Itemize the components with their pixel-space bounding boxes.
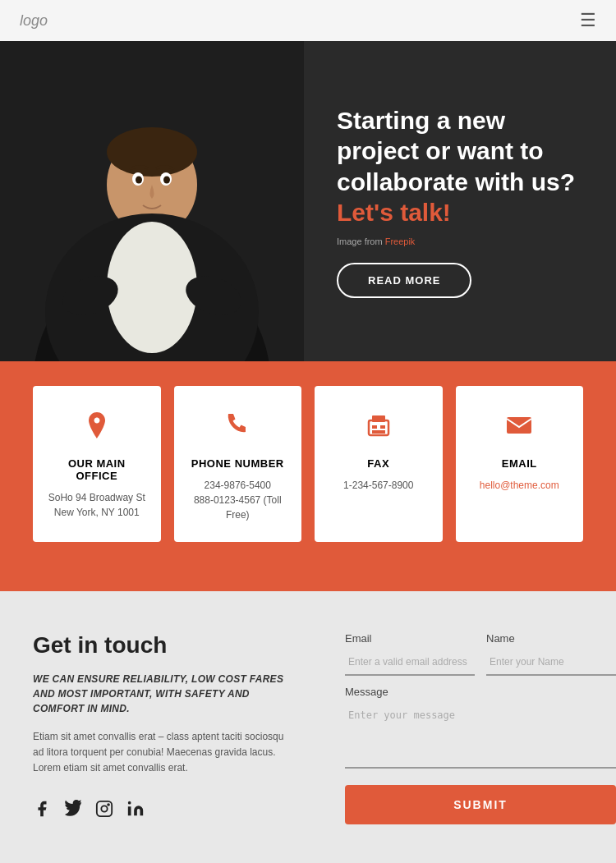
svg-rect-16 — [380, 425, 385, 429]
email-label: Email — [345, 632, 475, 645]
read-more-button[interactable]: READ MORE — [337, 263, 471, 298]
svg-rect-19 — [97, 801, 112, 815]
email-group: Email — [345, 632, 475, 676]
svg-point-4 — [107, 127, 197, 177]
logo: logo — [20, 12, 48, 30]
svg-rect-15 — [372, 425, 377, 429]
svg-rect-14 — [372, 415, 385, 422]
name-input[interactable] — [486, 650, 616, 676]
svg-rect-17 — [372, 430, 385, 434]
facebook-icon[interactable] — [33, 800, 51, 823]
svg-point-20 — [101, 806, 107, 811]
section-subtitle: WE CAN ENSURE RELIABILITY, LOW COST FARE… — [33, 672, 296, 716]
hero-section: Starting a new project or want to collab… — [0, 41, 616, 361]
email-icon — [469, 411, 571, 448]
svg-point-11 — [136, 177, 142, 184]
svg-point-12 — [163, 177, 170, 184]
section-title: Get in touch — [33, 632, 296, 659]
hero-title: Starting a new project or want to collab… — [337, 105, 583, 228]
fax-card-info: 1-234-567-8900 — [328, 478, 430, 493]
form-row-email-name: Email Name — [345, 632, 616, 676]
email-card: EMAIL hello@theme.com — [456, 386, 584, 542]
svg-point-22 — [128, 801, 131, 804]
instagram-icon[interactable] — [95, 800, 113, 823]
site-header: logo ☰ — [0, 0, 616, 41]
svg-point-21 — [108, 804, 109, 806]
twitter-icon[interactable] — [64, 800, 82, 823]
hero-image — [0, 41, 304, 361]
message-group: Message — [345, 686, 616, 769]
name-label: Name — [486, 632, 616, 645]
email-card-info: hello@theme.com — [469, 478, 571, 493]
contact-section: Get in touch WE CAN ENSURE RELIABILITY, … — [0, 591, 616, 857]
social-icons-row — [33, 800, 296, 823]
location-icon — [46, 411, 148, 448]
fax-card: FAX 1-234-567-8900 — [315, 386, 443, 542]
section-body: Etiam sit amet convallis erat – class ap… — [33, 729, 296, 777]
freepik-link[interactable]: Freepik — [385, 236, 416, 246]
fax-card-title: FAX — [328, 457, 430, 470]
contact-form: Email Name Message SUBMIT — [345, 632, 616, 824]
submit-button[interactable]: SUBMIT — [345, 785, 616, 824]
office-card: OUR MAIN OFFICE SoHo 94 Broadway St New … — [33, 386, 161, 542]
contact-left: Get in touch WE CAN ENSURE RELIABILITY, … — [33, 632, 296, 824]
hero-person-svg — [0, 41, 304, 361]
svg-rect-18 — [507, 417, 531, 434]
office-card-title: OUR MAIN OFFICE — [46, 457, 148, 482]
message-textarea[interactable] — [345, 703, 616, 769]
phone-card-info: 234-9876-5400888-0123-4567 (Toll Free) — [187, 478, 289, 522]
hero-content: Starting a new project or want to collab… — [304, 80, 616, 323]
phone-card-title: PHONE NUMBER — [187, 457, 289, 470]
image-credit: Image from Freepik — [337, 236, 583, 246]
email-link[interactable]: hello@theme.com — [480, 480, 559, 491]
message-label: Message — [345, 686, 616, 698]
fax-icon — [328, 411, 430, 448]
phone-icon — [187, 411, 289, 448]
phone-card: PHONE NUMBER 234-9876-5400888-0123-4567 … — [174, 386, 302, 542]
cards-banner: OUR MAIN OFFICE SoHo 94 Broadway St New … — [0, 361, 616, 591]
svg-point-6 — [107, 222, 197, 353]
name-group: Name — [486, 632, 616, 676]
contact-cards-row: OUR MAIN OFFICE SoHo 94 Broadway St New … — [33, 386, 583, 542]
email-card-title: EMAIL — [469, 457, 571, 470]
email-input[interactable] — [345, 650, 475, 676]
spacer — [0, 857, 616, 863]
hamburger-menu-icon[interactable]: ☰ — [580, 10, 596, 31]
linkedin-icon[interactable] — [126, 800, 145, 823]
office-card-info: SoHo 94 Broadway St New York, NY 1001 — [46, 490, 148, 520]
